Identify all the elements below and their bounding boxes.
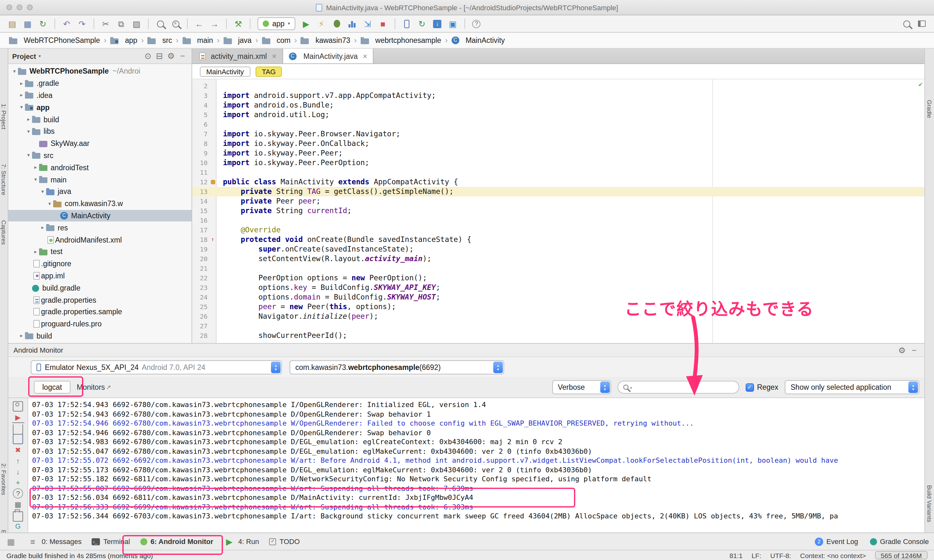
tree-item[interactable]: ▾WebRTCPhoneSample~/Androi <box>8 65 191 77</box>
run-button[interactable]: ▶ <box>299 17 313 31</box>
log-line[interactable]: 07-03 17:52:56.344 6692-6703/com.kawasin… <box>32 512 925 521</box>
code-line[interactable]: 5import android.util.Log; <box>192 110 925 120</box>
tree-item[interactable]: gradle.properties.sample <box>8 306 191 318</box>
code-line[interactable]: 21 <box>192 264 925 273</box>
override-marker-icon[interactable]: ↑ <box>211 237 215 243</box>
undo-button[interactable]: ↶ <box>60 17 74 31</box>
code-line[interactable]: 10import io.skyway.Peer.PeerOption; <box>192 158 925 168</box>
tree-item[interactable]: ▸androidTest <box>8 162 191 174</box>
camera-button[interactable] <box>12 401 24 412</box>
tool-window-button-switcher[interactable]: ▦ <box>5 536 17 547</box>
redo-button[interactable]: ↷ <box>75 17 89 31</box>
monitor-hide-button[interactable]: − <box>909 345 919 355</box>
log-level-selector[interactable]: Verbose ▲▼ <box>552 380 611 394</box>
tree-open-arrow-icon[interactable]: ▾ <box>32 177 39 182</box>
logcat-output[interactable]: 07-03 17:52:54.943 6692-6780/com.kawasin… <box>28 398 925 532</box>
apply-changes-button[interactable]: ⚡ <box>314 17 328 31</box>
log-line[interactable]: 07-03 17:52:54.943 6692-6780/com.kawasin… <box>32 401 925 410</box>
tree-closed-arrow-icon[interactable]: ▸ <box>39 225 46 231</box>
code-line[interactable]: 23 options.key = BuildConfig.SKYWAY_API_… <box>192 283 925 292</box>
class-marker-icon[interactable] <box>210 180 215 184</box>
code-line[interactable]: 3import android.support.v7.app.AppCompat… <box>192 91 925 100</box>
code-line[interactable]: 27 <box>192 321 925 331</box>
code-line[interactable]: 19 super.onCreate(savedInstanceState); <box>192 245 925 254</box>
editor-tab-MainActivity.java[interactable]: MainActivity.java× <box>283 49 374 63</box>
code-line[interactable]: 24 options.domain = BuildConfig.SKYWAY_H… <box>192 292 925 302</box>
code-line[interactable]: 7import io.skyway.Peer.Browser.Navigator… <box>192 129 925 139</box>
tree-item[interactable]: ▸build <box>8 113 191 125</box>
tree-item[interactable]: ▾app <box>8 102 191 114</box>
code-line[interactable]: 25 peer = new Peer(this, options); <box>192 302 925 312</box>
tree-item[interactable]: ▾main <box>8 174 191 186</box>
sync-button[interactable]: ↻ <box>36 17 50 31</box>
breadcrumb-item-WebRTCPhoneSample[interactable]: WebRTCPhoneSample <box>6 37 102 44</box>
avd-manager-button[interactable] <box>400 17 414 31</box>
code-line[interactable]: 26 Navigator.initialize(peer); <box>192 312 925 321</box>
tool-strip-1-project[interactable]: 1: Project <box>0 104 8 129</box>
sdk-manager-button[interactable]: ↓ <box>430 17 444 31</box>
tree-item[interactable]: ▾java <box>8 186 191 198</box>
replace-button[interactable] <box>168 17 182 31</box>
tool-window-button-todo[interactable]: ✓TODO <box>269 538 300 545</box>
help-button[interactable]: ? <box>12 488 24 498</box>
breadcrumb-item-webrtcphonesample[interactable]: webrtcphonesample <box>358 37 444 44</box>
code-line[interactable]: 4import android.os.Bundle; <box>192 100 925 110</box>
profiler-button[interactable] <box>345 17 359 31</box>
attach-debugger-button[interactable]: ⇲ <box>360 17 374 31</box>
log-line[interactable]: 07-03 17:52:54.943 6692-6780/com.kawasin… <box>32 410 925 419</box>
trash-button[interactable] <box>12 423 24 433</box>
gc-button[interactable]: G <box>12 521 24 531</box>
memory-indicator[interactable]: 565 of 1246M <box>875 551 928 559</box>
grid-button[interactable]: ▦ <box>12 499 24 509</box>
code-line[interactable]: 2 <box>192 81 925 91</box>
tree-item[interactable]: .gitignore <box>8 258 191 270</box>
project-panel-title-wrap[interactable]: Project ▾ <box>12 52 41 60</box>
tree-item[interactable]: ▸.idea <box>8 89 191 102</box>
tree-item[interactable]: MainActivity <box>8 209 191 222</box>
code-line[interactable]: 12public class MainActivity extends AppC… <box>192 177 925 187</box>
close-icon[interactable]: × <box>272 52 276 60</box>
cut-button[interactable]: ✂ <box>99 17 113 31</box>
down-button[interactable]: ↓ <box>12 466 24 477</box>
debug-button[interactable] <box>330 17 344 31</box>
restart-button[interactable]: ▶ <box>12 412 24 422</box>
close-icon[interactable]: × <box>363 52 367 60</box>
sync-project-button[interactable]: ↻ <box>415 17 429 31</box>
code-line[interactable]: 9import io.skyway.Peer.Peer; <box>192 148 925 158</box>
up-button[interactable]: ↑ <box>12 456 24 466</box>
forward-button[interactable]: → <box>208 17 222 31</box>
tree-item[interactable]: ▾com.kawasin73.w <box>8 198 191 210</box>
log-line[interactable]: 07-03 17:52:55.047 6692-6780/com.kawasin… <box>32 447 925 456</box>
find-button[interactable] <box>153 17 167 31</box>
context-indicator[interactable]: Context: <no context> <box>800 551 866 559</box>
run-configuration-selector[interactable]: app▾ <box>258 17 295 30</box>
code-line[interactable]: 17 @Override <box>192 225 925 235</box>
regex-checkbox[interactable]: ✓ <box>746 383 754 391</box>
tree-item[interactable]: ▸build <box>8 330 191 342</box>
code-line[interactable]: 14 private Peer peer; <box>192 197 925 206</box>
editor-crumb-TAG[interactable]: TAG <box>255 66 282 77</box>
tree-closed-arrow-icon[interactable]: ▸ <box>18 80 25 86</box>
save-button[interactable]: ▦ <box>20 17 35 31</box>
code-line[interactable]: 18↑ protected void onCreate(Bundle saved… <box>192 235 925 245</box>
tree-item[interactable]: gradle.properties <box>8 294 191 306</box>
tool-window-button-gradle-console[interactable]: Gradle Console <box>870 538 929 545</box>
code-line[interactable]: 6 <box>192 120 925 129</box>
paste-button[interactable]: ▨ <box>130 17 144 31</box>
tree-open-arrow-icon[interactable]: ▾ <box>11 68 18 74</box>
help-button[interactable]: ? <box>469 17 483 31</box>
filter-mode-selector[interactable]: Show only selected application ▲▼ <box>785 380 919 394</box>
tool-window-button-4-run[interactable]: ▶4: Run <box>224 536 259 547</box>
make-button[interactable]: ⚒ <box>231 17 245 31</box>
code-line[interactable]: 8import io.skyway.Peer.OnCallback; <box>192 139 925 148</box>
stop-button[interactable]: ■ <box>376 17 390 31</box>
project-header-scroll-from-source-button[interactable]: ⊙ <box>143 51 153 61</box>
code-line[interactable]: 22 PeerOption options = new PeerOption()… <box>192 273 925 283</box>
tool-window-button-event-log[interactable]: 2Event Log <box>815 537 858 546</box>
breadcrumb-item-com[interactable]: com <box>259 37 293 44</box>
tree-closed-arrow-icon[interactable]: ▸ <box>25 117 32 122</box>
project-header-collapse-all-button[interactable]: ⊟ <box>154 51 165 61</box>
log-line[interactable]: 07-03 17:52:55.182 6692-6811/com.kawasin… <box>32 475 925 484</box>
monitor-settings-button[interactable]: ⚙ <box>897 345 907 355</box>
code-editor[interactable]: ✔ 23import android.support.v7.app.AppCom… <box>192 79 925 343</box>
